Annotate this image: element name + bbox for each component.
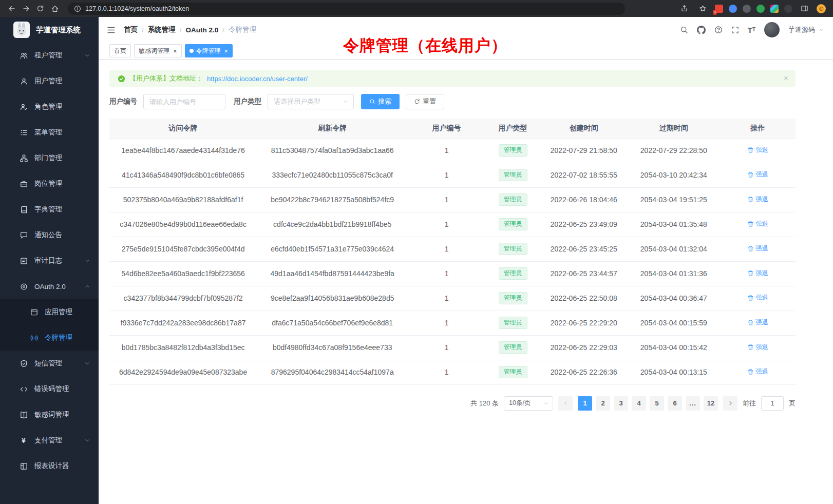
sidebar-item[interactable]: 应用管理 xyxy=(0,299,99,325)
sidebar: 芋道管理系统 租户管理用户管理角色管理菜单管理部门管理岗位管理字典管理通知公告审… xyxy=(0,17,99,504)
info-icon[interactable] xyxy=(73,4,82,13)
page-button[interactable]: 3 xyxy=(614,396,628,411)
close-icon[interactable]: × xyxy=(173,48,177,54)
extension-icon[interactable] xyxy=(770,5,779,13)
sidebar-item[interactable]: 角色管理 xyxy=(0,94,99,120)
sidebar-item[interactable]: OAuth 2.0 xyxy=(0,274,99,299)
chevron-down-icon[interactable] xyxy=(819,27,825,33)
sidebar-item[interactable]: 租户管理 xyxy=(0,43,99,68)
force-logout-button[interactable]: 强退 xyxy=(747,269,768,278)
prev-page-button[interactable] xyxy=(558,396,573,411)
column-header: 刷新令牌 xyxy=(257,119,408,138)
address-bar[interactable]: 127.0.0.1:1024/system/oauth2/token xyxy=(68,3,625,15)
sidebar-item[interactable]: 敏感词管理 xyxy=(0,402,99,428)
user-type-cell: 管理员 xyxy=(485,311,540,335)
force-logout-button[interactable]: 强退 xyxy=(747,294,768,302)
extension-icon[interactable] xyxy=(743,5,751,13)
reload-icon[interactable] xyxy=(34,2,47,15)
goto-label: 前往 xyxy=(743,399,756,408)
user-name[interactable]: 芋道源码 xyxy=(788,25,815,34)
close-icon[interactable]: × xyxy=(224,48,229,54)
sidebar-item-label: 通知公告 xyxy=(34,230,90,240)
sidebar-item[interactable]: 报表设计器 xyxy=(0,453,99,479)
reset-button[interactable]: 重置 xyxy=(406,94,444,109)
search-button[interactable]: 搜索 xyxy=(361,94,400,109)
force-logout-button[interactable]: 强退 xyxy=(747,195,768,204)
force-logout-button[interactable]: 强退 xyxy=(747,220,768,228)
page-size-select[interactable]: 10条/页 xyxy=(504,396,553,411)
extension-icon[interactable] xyxy=(784,5,792,13)
share-icon[interactable] xyxy=(678,2,691,15)
sidebar-item[interactable]: 错误码管理 xyxy=(0,376,99,402)
breadcrumb-item[interactable]: OAuth 2.0 xyxy=(186,26,219,34)
help-icon[interactable] xyxy=(714,26,723,34)
sidebar-item[interactable]: 令牌管理 xyxy=(0,325,99,351)
page-ellipsis[interactable]: ... xyxy=(686,396,700,411)
page-button[interactable]: 5 xyxy=(650,396,664,411)
sidebar-item[interactable]: 用户管理 xyxy=(0,68,99,94)
home-icon[interactable] xyxy=(48,2,61,15)
extension-badge: 0 xyxy=(713,10,717,15)
trash-icon xyxy=(747,344,754,351)
tab[interactable]: 令牌管理× xyxy=(185,44,233,57)
forward-icon[interactable] xyxy=(20,2,32,15)
create-time-cell: 2022-06-25 22:26:36 xyxy=(540,360,628,384)
doc-link[interactable]: https://doc.iocoder.cn/user-center/ xyxy=(207,75,308,83)
sidebar-item[interactable]: 审计日志 xyxy=(0,248,99,274)
next-page-button[interactable] xyxy=(723,396,737,411)
fontsize-icon[interactable]: TT xyxy=(748,26,755,34)
back-icon[interactable] xyxy=(5,2,18,15)
bookmark-star-icon[interactable] xyxy=(696,2,709,15)
sidebar-item-label: 部门管理 xyxy=(34,153,90,163)
sidebar-item[interactable]: 菜单管理 xyxy=(0,120,99,145)
user-id-label: 用户编号 xyxy=(109,97,137,106)
browser-profile-avatar[interactable]: ☺ xyxy=(817,4,826,13)
sidebar-item[interactable]: 岗位管理 xyxy=(0,171,99,197)
force-logout-button[interactable]: 强退 xyxy=(747,318,768,327)
page-button[interactable]: 6 xyxy=(668,396,682,411)
user-avatar[interactable] xyxy=(764,22,780,37)
sidebar-item[interactable]: ¥支付管理 xyxy=(0,428,99,453)
sidebar-item[interactable]: 字典管理 xyxy=(0,197,99,222)
tab-label: 令牌管理 xyxy=(196,47,221,55)
user-id-input[interactable] xyxy=(143,94,225,109)
fullscreen-icon[interactable] xyxy=(731,26,739,34)
chevron-down-icon xyxy=(84,258,90,264)
chevron-down-icon xyxy=(84,52,90,59)
extension-icon[interactable] xyxy=(729,5,737,13)
breadcrumb-item[interactable]: 首页 xyxy=(124,25,138,34)
create-time-cell: 2022-07-29 21:58:50 xyxy=(540,138,628,163)
extension-icon[interactable]: 0 xyxy=(715,5,723,13)
page-button[interactable]: 2 xyxy=(596,396,610,411)
access-token-cell: 6d842e2924594de9a09e45e087323abe xyxy=(109,360,257,384)
tab[interactable]: 敏感词管理× xyxy=(134,44,182,57)
search-icon xyxy=(369,99,375,105)
page-button[interactable]: 1 xyxy=(578,396,592,411)
github-icon[interactable] xyxy=(697,26,706,34)
table-row: 1ea5e44f8bc1467aaede43144f31de76811c5304… xyxy=(109,138,796,163)
sidebar-item[interactable]: 通知公告 xyxy=(0,222,99,248)
refresh-token-cell: 333ecfc71e02480cb11055c875c3ca0f xyxy=(257,163,408,187)
side-panel-icon[interactable] xyxy=(798,2,811,15)
tab[interactable]: 首页 xyxy=(109,44,131,57)
sidebar-item[interactable]: 部门管理 xyxy=(0,145,99,171)
force-logout-button[interactable]: 强退 xyxy=(747,343,768,352)
breadcrumb-item[interactable]: 系统管理 xyxy=(148,25,176,34)
sidebar-item[interactable]: 短信管理 xyxy=(0,351,99,376)
extension-icon[interactable] xyxy=(756,5,765,13)
close-icon[interactable]: × xyxy=(784,74,788,83)
force-logout-button[interactable]: 强退 xyxy=(747,146,768,154)
breadcrumb-separator: / xyxy=(180,26,182,34)
sms-icon xyxy=(20,360,28,367)
force-logout-button[interactable]: 强退 xyxy=(747,170,768,179)
app-logo-row[interactable]: 芋道管理系统 xyxy=(0,17,99,43)
force-logout-button[interactable]: 强退 xyxy=(747,244,768,253)
goto-page-input[interactable] xyxy=(761,396,784,411)
search-icon[interactable] xyxy=(680,26,688,34)
user-type-select[interactable]: 请选择用户类型 xyxy=(268,94,354,109)
page-button[interactable]: 4 xyxy=(632,396,646,411)
page-button[interactable]: 12 xyxy=(704,396,718,411)
sidebar-fold-icon[interactable] xyxy=(107,26,116,34)
token-icon xyxy=(30,334,38,342)
force-logout-button[interactable]: 强退 xyxy=(747,367,768,376)
